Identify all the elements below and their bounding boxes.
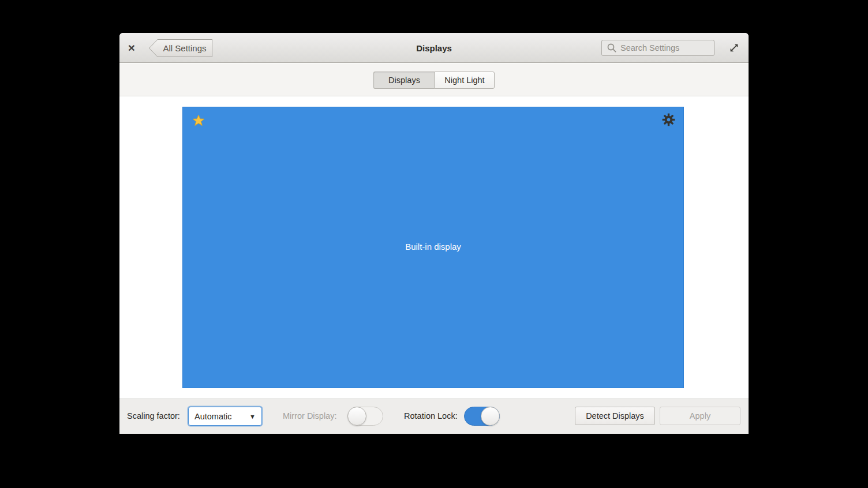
header-bar: × All Settings Displays [119,33,749,63]
search-icon [607,43,617,53]
tab-strip: Displays Night Light [119,63,749,96]
tab-night-light[interactable]: Night Light [435,72,495,89]
view-switcher: Displays Night Light [373,72,495,89]
toggle-knob [347,407,366,426]
all-settings-back-button[interactable]: All Settings [149,39,212,57]
back-button-label: All Settings [163,43,206,53]
display-settings-gear-icon[interactable] [661,112,676,127]
scaling-factor-value: Automatic [194,412,249,421]
close-icon: × [128,41,135,55]
displays-panel: Built-in display [119,97,749,399]
monitor-name-label: Built-in display [183,242,683,251]
detect-displays-button[interactable]: Detect Displays [575,407,655,425]
settings-window: × All Settings Displays Displays [119,33,749,434]
primary-display-star-icon [192,114,205,127]
toggle-knob [481,407,500,426]
scaling-factor-label: Scaling factor: [127,411,180,421]
scaling-factor-dropdown[interactable]: Automatic ▼ [188,407,262,426]
apply-button[interactable]: Apply [660,407,740,425]
search-input[interactable] [620,43,707,52]
close-button[interactable]: × [123,40,140,56]
action-bar: Scaling factor: Automatic ▼ Mirror Displ… [119,399,749,434]
search-field[interactable] [601,40,714,56]
mirror-display-label: Mirror Display: [283,411,336,421]
rotation-lock-toggle[interactable] [464,407,500,426]
dropdown-caret-icon: ▼ [249,413,256,420]
expand-icon [728,42,740,54]
mirror-display-toggle[interactable] [347,407,383,426]
monitor-preview[interactable]: Built-in display [182,107,684,388]
tab-displays[interactable]: Displays [373,72,435,89]
rotation-lock-label: Rotation Lock: [404,411,458,421]
expand-button[interactable] [727,41,742,55]
